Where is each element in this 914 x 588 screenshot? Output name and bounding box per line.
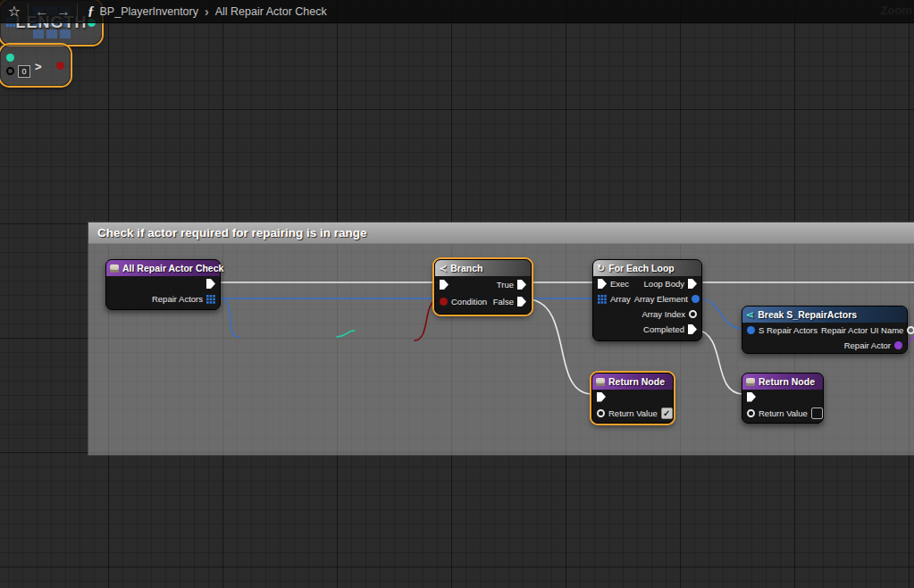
pin-label-exec: Exec <box>610 279 629 289</box>
function-icon <box>746 378 755 386</box>
exec-in-pin[interactable] <box>440 280 449 290</box>
pin-label-condition: Condition <box>451 297 487 307</box>
exec-out-pin[interactable] <box>206 279 215 289</box>
true-out-pin[interactable] <box>517 280 526 290</box>
comment-header[interactable]: Check if actor required for repairing is… <box>88 223 914 244</box>
condition-pin[interactable] <box>440 298 448 306</box>
pin-label-completed: Completed <box>643 324 684 334</box>
pin-label-return-value: Return Value <box>608 408 658 418</box>
int-in-pin-a[interactable] <box>6 54 14 62</box>
pin-label-return-value: Return Value <box>759 408 808 418</box>
branch-icon: ≺ <box>439 264 447 273</box>
return-value-pin[interactable] <box>597 409 605 417</box>
favorite-star-icon[interactable]: ☆ <box>4 1 25 22</box>
node-title: Return Node <box>608 376 665 387</box>
name-out-pin[interactable] <box>907 326 914 334</box>
pin-label-repair-actor-ui-name: Repair Actor UI Name <box>821 325 903 335</box>
pin-label-array: Array <box>610 294 631 304</box>
node-title: Return Node <box>759 376 815 387</box>
blueprint-graph[interactable]: Check if actor required for repairing is… <box>0 0 914 588</box>
break-struct-icon: ⋖ <box>746 310 754 320</box>
node-header: Return Node <box>592 374 673 390</box>
function-graph-icon: ƒ <box>88 4 95 19</box>
loop-icon: ↻ <box>597 264 605 273</box>
breadcrumb-root[interactable]: BP_PlayerInventory <box>100 5 198 18</box>
node-greater[interactable]: 0 > <box>0 45 71 86</box>
function-icon <box>110 265 119 273</box>
pin-label-array-index: Array Index <box>641 309 685 319</box>
breadcrumb-current[interactable]: All Repair Actor Check <box>215 5 327 18</box>
pin-label-false: False <box>493 297 514 307</box>
back-arrow-icon[interactable]: ← <box>31 1 53 22</box>
bool-out-pin[interactable] <box>56 62 64 70</box>
array-index-pin[interactable] <box>689 310 697 318</box>
node-return-2[interactable]: Return Node Return Value <box>742 373 824 424</box>
node-all-repair-actor-check[interactable]: All Repair Actor Check Repair Actors <box>105 259 221 310</box>
node-title: Break S_RepairActors <box>758 309 857 320</box>
comment-title: Check if actor required for repairing is… <box>97 226 367 239</box>
pin-label-repair-actor: Repair Actor <box>844 340 891 350</box>
toolbar-divider <box>77 4 78 20</box>
object-out-pin[interactable] <box>894 341 902 349</box>
pin-label-repair-actors: Repair Actors <box>152 294 203 304</box>
greater-inputs: 0 > <box>6 54 42 78</box>
node-header: ↻ For Each Loop <box>593 260 701 276</box>
node-header: ⋖ Break S_RepairActors <box>742 307 907 323</box>
toolbar-divider <box>28 4 29 20</box>
node-return-1[interactable]: Return Node Return Value ✓ <box>591 373 674 424</box>
pin-label-s-repair-actors: S Repair Actors <box>759 325 818 335</box>
completed-out-pin[interactable] <box>688 324 697 334</box>
int-in-pin-b[interactable] <box>6 67 14 75</box>
function-icon <box>596 378 605 386</box>
return-value-checkbox[interactable]: ✓ <box>661 407 673 419</box>
node-header: Return Node <box>742 374 823 390</box>
exec-in-pin[interactable] <box>747 392 756 402</box>
exec-in-pin[interactable] <box>597 392 606 402</box>
greater-operator: > <box>35 60 42 73</box>
chevron-right-icon: › <box>205 4 209 19</box>
return-value-checkbox[interactable] <box>811 407 823 419</box>
array-pin-icon[interactable] <box>206 295 215 304</box>
default-value-field[interactable]: 0 <box>18 65 30 78</box>
pin-label-loop-body: Loop Body <box>644 279 684 289</box>
breadcrumb-bar: ☆ ← → ƒ BP_PlayerInventory › All Repair … <box>0 0 914 23</box>
pin-label-true: True <box>497 280 514 290</box>
pin-label-array-element: Array Element <box>634 294 688 304</box>
node-branch[interactable]: ≺ Branch True Condition False <box>434 259 532 315</box>
false-out-pin[interactable] <box>517 297 526 307</box>
node-title: Branch <box>450 263 482 273</box>
exec-in-pin[interactable] <box>598 279 607 289</box>
node-header: ≺ Branch <box>435 260 531 276</box>
node-for-each-loop[interactable]: ↻ For Each Loop Exec Loop Body Array Arr… <box>592 259 702 341</box>
forward-arrow-icon[interactable]: → <box>53 1 74 22</box>
array-in-pin-icon[interactable] <box>598 295 607 304</box>
array-element-pin[interactable] <box>692 295 700 303</box>
node-title: All Repair Actor Check <box>122 263 223 273</box>
node-break-s-repairactors[interactable]: ⋖ Break S_RepairActors S Repair Actors R… <box>742 306 908 354</box>
loop-body-out-pin[interactable] <box>688 279 697 289</box>
struct-in-pin[interactable] <box>747 326 755 334</box>
node-title: For Each Loop <box>608 263 675 273</box>
node-header: All Repair Actor Check <box>106 260 220 276</box>
return-value-pin[interactable] <box>747 409 755 417</box>
